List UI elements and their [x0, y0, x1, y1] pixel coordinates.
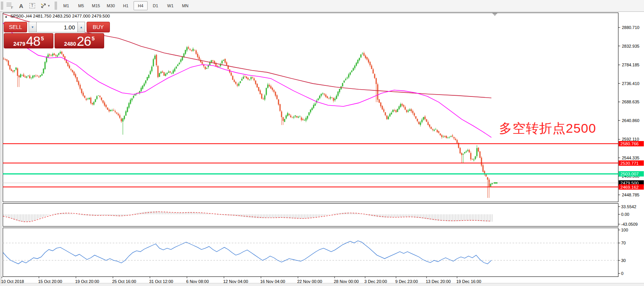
price-tick: 2832.935 — [622, 44, 639, 48]
ask-big-digits: 26 — [77, 35, 91, 47]
tf-button-h4[interactable]: H4 — [134, 1, 148, 10]
symbol-collapse-icon[interactable]: ▲ — [5, 15, 8, 18]
sell-button[interactable]: SELL — [4, 22, 27, 32]
status-bar — [0, 283, 644, 286]
mt4-window: F A T ▼ M1M5M15M30H1H4D1W1MN MACD(12,26,… — [0, 0, 644, 286]
buy-button[interactable]: BUY — [87, 22, 110, 32]
svg-text:F: F — [11, 6, 13, 9]
rsi-axis-label: 100 — [621, 228, 628, 232]
grid-f-icon: F — [6, 3, 14, 9]
rsi-axis-label: 0 — [621, 271, 623, 276]
template-grid-icon[interactable]: F — [5, 1, 16, 11]
timeframe-group: M1M5M15M30H1H4D1W1MN — [59, 1, 193, 10]
bid-quote-panel[interactable]: 2479 48 5 — [4, 33, 53, 48]
ask-quote-panel[interactable]: 2480 26 5 — [55, 33, 104, 48]
tf-button-h1[interactable]: H1 — [119, 1, 133, 10]
chevron-down-icon: ▼ — [47, 4, 50, 8]
price-tick: 2784.185 — [622, 63, 639, 67]
price-tick: 2448.785 — [622, 193, 639, 197]
symbol-ohlc-text: SP500-,H4 2481.750 2483.250 2477.000 247… — [10, 14, 110, 18]
tf-button-m1[interactable]: M1 — [59, 1, 73, 10]
rsi-axis-label: 70 — [621, 241, 626, 245]
bid-prefix: 2479 — [13, 41, 25, 47]
ask-pip-digit: 5 — [92, 35, 95, 42]
text-label-tool-button[interactable]: A — [16, 1, 27, 11]
price-tick: 2592.110 — [622, 137, 639, 141]
volume-increase-button[interactable]: ▲ — [77, 22, 85, 32]
price-label-text: 2530.771 — [620, 161, 639, 165]
tf-button-m5[interactable]: M5 — [74, 1, 88, 10]
letter-a-icon: A — [19, 3, 23, 9]
bid-pip-digit: 5 — [41, 35, 44, 42]
text-box-tool-button[interactable]: T — [27, 1, 38, 11]
price-label-text: 2469.162 — [620, 185, 639, 190]
price-tick: 2880.710 — [622, 25, 639, 30]
tf-button-w1[interactable]: W1 — [163, 1, 177, 10]
volume-decrease-button[interactable]: ▼ — [29, 22, 37, 32]
cursor-mode-button[interactable]: ▼ — [38, 1, 53, 11]
tf-button-m15[interactable]: M15 — [89, 1, 103, 10]
tf-button-d1[interactable]: D1 — [148, 1, 163, 10]
macd-axis-label: -43.0509 — [621, 222, 638, 227]
tf-button-mn[interactable]: MN — [178, 1, 192, 10]
price-tick: 2688.635 — [622, 100, 639, 104]
toolbar-separator — [55, 2, 57, 10]
macd-axis-label: 33.5542 — [621, 204, 636, 209]
price-label-text: 2580.766 — [620, 141, 639, 146]
chart-window: MACD(12,26,9) -32.0035 -29.6075 RSI(14) … — [0, 11, 644, 286]
chart-header: ▲ SP500-,H4 2481.750 2483.250 2477.000 2… — [5, 14, 110, 18]
price-tick: 2736.410 — [622, 81, 639, 86]
diagonal-arrows-icon — [40, 3, 47, 9]
buy-button-label: BUY — [93, 24, 104, 30]
volume-input[interactable] — [37, 22, 77, 32]
ask-prefix: 2480 — [64, 41, 76, 47]
chart-canvas[interactable]: MACD(12,26,9) -32.0035 -29.6075 RSI(14) … — [0, 11, 644, 286]
macd-axis-label: 0.00 — [621, 212, 629, 217]
boxed-t-icon: T — [29, 3, 35, 8]
toolbar: F A T ▼ M1M5M15M30H1H4D1W1MN — [0, 0, 644, 12]
rsi-axis-label: 30 — [621, 258, 626, 263]
toolbar-drag-handle[interactable] — [1, 2, 3, 10]
one-click-trading-panel: SELL ▼ ▲ BUY 2479 48 5 2480 2 — [4, 22, 110, 48]
price-tick: 2640.860 — [622, 118, 639, 123]
price-label-text: 2503.007 — [620, 172, 639, 176]
sell-button-label: SELL — [9, 24, 22, 30]
price-tick: 2544.335 — [622, 156, 639, 160]
tf-button-m30[interactable]: M30 — [104, 1, 118, 10]
bid-big-digits: 48 — [26, 35, 40, 47]
trend-annotation-text: 多空转折点2500 — [499, 120, 596, 137]
